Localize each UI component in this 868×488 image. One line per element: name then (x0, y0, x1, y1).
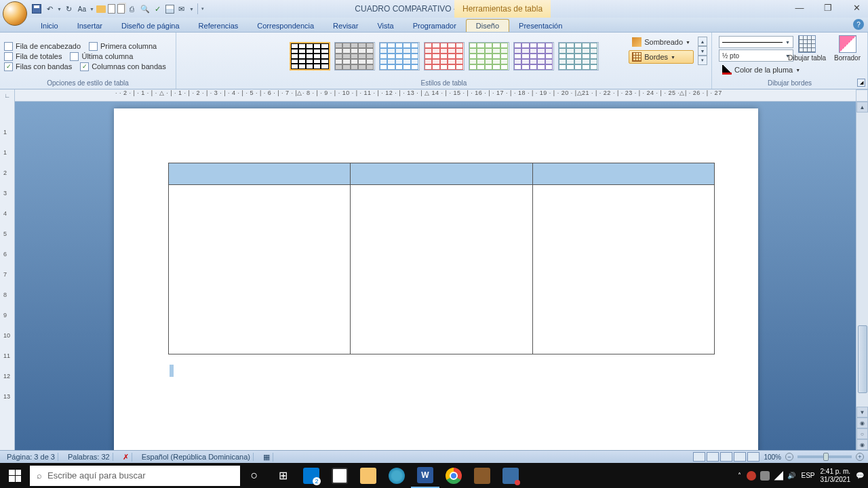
undo-icon[interactable]: ↶ (44, 3, 55, 14)
scroll-up-button[interactable]: ▲ (856, 102, 868, 113)
tray-onedrive-icon[interactable] (760, 471, 770, 481)
status-page[interactable]: Página: 3 de 3 (4, 453, 58, 461)
tray-network-icon[interactable] (774, 471, 783, 481)
scroll-down-button[interactable]: ▼ (856, 407, 868, 418)
next-page-button[interactable]: ◉ (856, 439, 868, 450)
tab-revisar[interactable]: Revisar (323, 20, 368, 32)
zoom-slider[interactable] (797, 455, 852, 458)
print-icon[interactable]: ⎙ (127, 3, 138, 14)
tray-language[interactable]: ESP (801, 472, 814, 479)
tray-volume-icon[interactable]: 🔊 (787, 472, 795, 479)
start-button[interactable] (0, 463, 30, 488)
view-draft[interactable] (747, 452, 760, 462)
font-size-icon[interactable]: Aa (77, 3, 87, 14)
status-words[interactable]: Palabras: 32 (65, 453, 113, 461)
maximize-button[interactable]: ❐ (821, 1, 835, 14)
task-app2[interactable] (496, 463, 525, 488)
office-button[interactable] (3, 1, 27, 26)
pen-color-dropdown[interactable]: Color de la pluma ▼ (719, 63, 861, 77)
task-ie[interactable] (382, 463, 411, 488)
taskbar-search[interactable]: ⌕ Escribe aquí para buscar (30, 466, 240, 486)
tray-chevron-icon[interactable]: ˄ (738, 472, 741, 479)
minimize-button[interactable]: — (792, 1, 807, 14)
shading-dropdown[interactable]: Sombreado ▼ (629, 35, 694, 49)
mail-icon[interactable]: ✉ (176, 3, 187, 14)
prev-page-button[interactable]: ◉ (856, 418, 868, 428)
save-icon[interactable] (31, 3, 42, 14)
table-style-5[interactable] (513, 42, 554, 70)
borders-dropdown[interactable]: Bordes ▼ (629, 50, 694, 64)
gallery-scroll-down[interactable]: ▼ (698, 46, 707, 56)
chk-banded-rows[interactable]: ✓Filas con bandas (4, 62, 72, 71)
line-style-dropdown[interactable]: ▼ (719, 36, 793, 48)
browse-object-button[interactable]: ○ (856, 428, 868, 439)
tray-notifications-icon[interactable]: 💬 (856, 472, 864, 479)
horizontal-ruler[interactable]: ∟ · · 2 · | · 1 · | · △ · | · 1 · | · 2 … (0, 89, 868, 102)
table-style-0[interactable] (290, 42, 330, 70)
new-icon[interactable] (108, 4, 115, 14)
undo-dropdown[interactable]: ▼ (57, 7, 62, 12)
tab-programador[interactable]: Programador (403, 20, 466, 32)
zoom-in-button[interactable]: + (856, 453, 864, 461)
qat-customize[interactable]: ▾ (201, 6, 204, 12)
tray-security-icon[interactable] (747, 471, 756, 481)
ruler-toggle[interactable] (856, 89, 868, 102)
tab-selector[interactable]: ∟ (0, 89, 15, 102)
gallery-scroll-up[interactable]: ▲ (698, 37, 707, 46)
tab-vista[interactable]: Vista (368, 20, 403, 32)
view-outline[interactable] (734, 452, 746, 462)
vertical-scrollbar[interactable]: ▲ ▼ ◉ ○ ◉ (856, 102, 868, 450)
draw-table-button[interactable]: Dibujar tabla (784, 35, 830, 62)
qat-more-dropdown[interactable]: ▼ (189, 7, 194, 12)
tab-diseno[interactable]: Diseño (466, 19, 509, 32)
tab-inicio[interactable]: Inicio (31, 20, 68, 32)
comparison-table[interactable] (168, 163, 715, 354)
eraser-button[interactable]: Borrador (830, 35, 865, 62)
table-style-1[interactable] (334, 42, 375, 70)
table-style-4[interactable] (469, 42, 509, 70)
open-icon[interactable] (96, 5, 106, 13)
tab-referencias[interactable]: Referencias (189, 20, 248, 32)
chk-last-column[interactable]: Última columna (70, 52, 133, 61)
status-proofing-icon[interactable]: ✗ (120, 453, 132, 462)
chk-header-row[interactable]: Fila de encabezado (4, 42, 81, 51)
dialog-launcher[interactable]: ◢ (857, 79, 865, 87)
table-icon[interactable] (165, 5, 174, 14)
preview-icon[interactable]: 🔍 (140, 3, 151, 14)
zoom-level[interactable]: 100% (764, 453, 781, 461)
view-web-layout[interactable] (720, 452, 732, 462)
tray-clock[interactable]: 2:41 p. m. 31/3/2021 (821, 468, 851, 484)
zoom-out-button[interactable]: − (785, 453, 793, 461)
pen-weight-dropdown[interactable]: ½ pto▼ (719, 49, 793, 62)
table-style-3[interactable] (424, 42, 465, 70)
status-macro-icon[interactable]: ▦ (260, 453, 273, 462)
task-cortana[interactable]: ○ (240, 463, 269, 488)
scroll-thumb[interactable] (858, 325, 867, 393)
table-style-2[interactable] (379, 42, 420, 70)
qat-dropdown[interactable]: ▼ (90, 7, 94, 12)
tab-diseno-pagina[interactable]: Diseño de página (112, 20, 189, 32)
task-mail[interactable]: 2 (297, 463, 326, 488)
view-print-layout[interactable] (693, 452, 705, 462)
gallery-more[interactable]: ▾ (698, 56, 707, 65)
chk-first-column[interactable]: Primera columna (89, 42, 157, 51)
status-language[interactable]: Español (República Dominicana) (139, 453, 254, 461)
tab-correspondencia[interactable]: Correspondencia (248, 20, 323, 32)
spelling-icon[interactable]: ✓ (153, 3, 163, 14)
task-taskview[interactable]: ⊞ (269, 463, 297, 488)
tab-insertar[interactable]: Insertar (68, 20, 112, 32)
help-button[interactable]: ? (853, 19, 864, 30)
task-store[interactable] (326, 463, 354, 488)
task-chrome[interactable] (439, 463, 468, 488)
copy-icon[interactable] (117, 4, 125, 14)
chk-total-row[interactable]: Fila de totales (4, 52, 62, 61)
page-viewport[interactable] (15, 102, 856, 450)
task-explorer[interactable] (354, 463, 382, 488)
vertical-ruler[interactable]: 11 23 45 67 89 1011 1213 (0, 102, 15, 450)
close-button[interactable]: ✕ (849, 1, 864, 14)
task-app1[interactable] (468, 463, 496, 488)
view-full-screen[interactable] (707, 452, 719, 462)
chk-banded-columns[interactable]: ✓Columnas con bandas (80, 62, 165, 71)
table-style-6[interactable] (558, 42, 599, 70)
tab-presentacion[interactable]: Presentación (509, 20, 572, 32)
